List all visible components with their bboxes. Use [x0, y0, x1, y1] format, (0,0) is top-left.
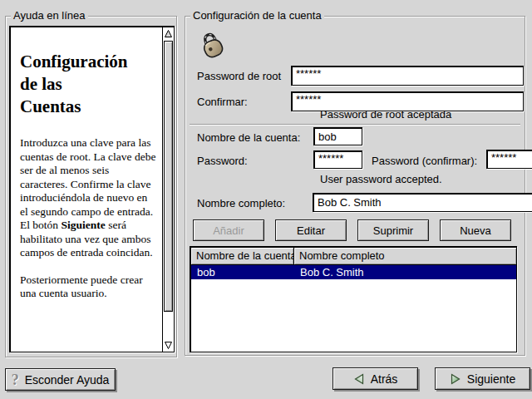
help-paragraph-bold: Siguiente [62, 219, 106, 231]
help-panel: Configuración de las Cuentas Introduzca … [9, 26, 175, 352]
help-title-line: Configuración [20, 51, 157, 73]
help-paragraph-text: Introduzca una clave para las cuentas de… [20, 136, 155, 231]
user-password-label: Password: [197, 155, 248, 167]
full-name-field[interactable]: Bob C. Smith [313, 193, 532, 212]
root-password-field[interactable]: ****** [291, 66, 524, 86]
installer-screen: Ayuda en línea Configuración de las Cuen… [0, 0, 532, 399]
table-row[interactable]: bob Bob C. Smith [191, 265, 516, 279]
user-password-status: User password accepted. [320, 173, 442, 185]
next-button[interactable]: Siguiente [435, 367, 530, 390]
column-header-account-name[interactable]: Nombre de la cuenta [191, 248, 294, 264]
accounts-table: Nombre de la cuenta Nombre completo bob … [190, 246, 517, 352]
accounts-table-header: Nombre de la cuenta Nombre completo [191, 248, 516, 265]
user-password-field[interactable]: ****** [313, 150, 362, 169]
account-name-label: Nombre de la cuenta: [197, 131, 300, 144]
full-name-label: Nombre completo: [197, 197, 285, 209]
next-label: Siguiente [467, 372, 515, 386]
question-mark-icon: ? [12, 374, 19, 386]
hide-help-button[interactable]: ? Esconder Ayuda [5, 368, 116, 391]
left-arrow-icon [353, 373, 365, 385]
help-title: Configuración de las Cuentas [20, 51, 157, 118]
root-password-label: Password de root [197, 70, 281, 82]
scroll-up-icon[interactable] [163, 27, 174, 40]
back-button[interactable]: Atrás [332, 367, 418, 390]
user-password-confirm-label: Password (confirmar): [372, 155, 477, 167]
account-frame-title: Configuración de la cuenta [190, 9, 324, 22]
table-cell-full-name: Bob C. Smith [294, 265, 516, 279]
delete-button[interactable]: Suprimir [357, 219, 429, 241]
user-password-confirm-field[interactable]: ****** [486, 150, 532, 169]
help-title-line: de las [20, 73, 157, 96]
separator [190, 124, 520, 126]
help-title-line: Cuentas [20, 96, 157, 118]
help-frame-title: Ayuda en línea [11, 9, 88, 22]
right-arrow-icon [450, 373, 461, 385]
help-paragraph-1: Introduzca una clave para las cuentas de… [20, 136, 157, 260]
scrollbar-thumb[interactable] [164, 41, 173, 312]
hide-help-label: Esconder Ayuda [25, 373, 110, 387]
table-cell-account-name: bob [191, 265, 294, 279]
edit-button[interactable]: Editar [275, 219, 347, 241]
column-header-full-name[interactable]: Nombre completo [294, 248, 516, 264]
scroll-down-icon[interactable] [163, 339, 174, 352]
account-name-field[interactable]: bob [313, 127, 362, 145]
root-password-status: Password de root aceptada [320, 108, 451, 121]
help-text: Configuración de las Cuentas Introduzca … [11, 27, 162, 352]
help-scrollbar[interactable] [162, 27, 174, 352]
add-button[interactable]: Añadir [193, 219, 264, 241]
new-button[interactable]: Nueva [440, 219, 511, 241]
help-paragraph-2: Posteriormente puede crear una cuenta us… [20, 273, 157, 301]
padlock-icon [198, 30, 228, 63]
confirm-password-label: Confirmar: [197, 96, 248, 108]
back-label: Atrás [371, 372, 398, 386]
